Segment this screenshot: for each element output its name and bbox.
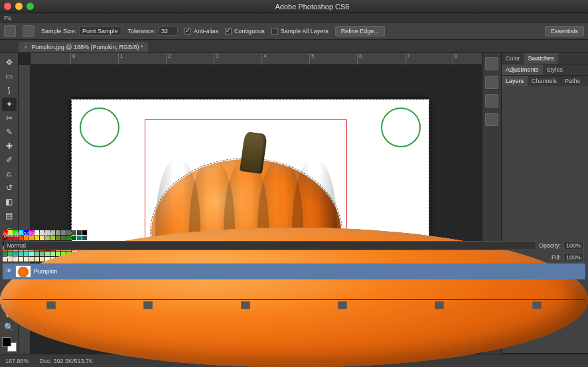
menu-ps[interactable]: Ps [4,15,11,21]
new-layer-button[interactable] [435,301,444,309]
delete-layer-button[interactable] [532,301,542,309]
foreground-background-colors[interactable] [2,337,17,352]
titlebar: Adobe Photoshop CS6 [0,0,588,13]
magic-wand-tool[interactable]: ✦ [2,98,17,111]
layer-visibility-icon[interactable]: 👁 [5,267,13,275]
ruler-horizontal: 012345678 [31,53,482,65]
tab-layers[interactable]: Layers [502,76,528,86]
sample-size-label: Sample Size: Point Sample [41,27,121,36]
ruler-tick: 2 [166,53,171,64]
document-tab[interactable]: × Pumpkin.jpg @ 188% (Pumpkin, RGB/8) * [19,42,148,52]
opacity-input[interactable]: 100% [563,241,584,250]
fill-input[interactable]: 100% [563,253,584,262]
brush-tool[interactable]: ✐ [2,153,17,167]
maximize-window-button[interactable] [27,3,34,10]
ruler-tick: 1 [118,53,123,64]
layer-kind-label: ρKind [4,232,19,238]
zoom-level[interactable]: 187.86% [5,358,29,364]
refine-edge-button[interactable]: Refine Edge... [335,26,385,37]
blend-mode-dropdown[interactable]: Normal [4,241,536,250]
selection-mode-icon[interactable] [23,25,35,37]
foreground-color-swatch[interactable] [2,337,11,346]
main-area: ✥▭⟆✦✂✎✚✐⎌↺◧▤○◐✒T▲▢✋🔍 012345678 [0,53,588,354]
character-panel-icon[interactable] [485,94,498,108]
ruler-tick: 3 [214,53,218,64]
tab-styles[interactable]: Styles [543,64,567,75]
sample-all-layers-checkbox[interactable]: Sample All Layers [271,28,329,35]
tolerance-label: Tolerance: 32 [128,27,179,36]
color-panel: Color Swatches [502,53,588,64]
sample-size-dropdown[interactable]: Point Sample [79,27,121,36]
eyedropper-tool[interactable]: ✎ [2,125,17,139]
lasso-tool[interactable]: ⟆ [2,84,17,97]
minimize-window-button[interactable] [15,3,23,10]
link-layers-button[interactable] [46,301,56,309]
paragraph-panel-icon[interactable] [485,113,498,126]
annotation-circle-top-left [80,108,119,147]
marquee-tool[interactable]: ▭ [2,70,17,83]
fill-label: Fill: [551,254,561,261]
adjustments-panel: Adjustments Styles Add an adjustment [502,64,588,76]
menubar: Ps [0,13,588,23]
ruler-tick: 6 [357,53,362,64]
lock-label: Lock: [4,254,19,261]
tab-swatches[interactable]: Swatches [524,53,558,64]
new-group-button[interactable] [338,301,347,309]
app-title: Adobe Photoshop CS6 [40,3,584,11]
zoom-tool[interactable]: 🔍 [2,321,17,334]
layer-name[interactable]: Pumpkin [34,268,57,275]
ruler-tick: 7 [405,53,409,64]
close-tab-icon[interactable]: × [24,44,27,50]
workspace-switcher[interactable]: Essentials [545,26,584,37]
tool-preset-icon[interactable] [4,25,16,37]
eraser-tool[interactable]: ◧ [2,195,17,208]
tab-color[interactable]: Color [502,53,524,64]
layer-thumbnail[interactable] [15,265,31,277]
healing-brush-tool[interactable]: ✚ [2,139,17,153]
close-window-button[interactable] [4,3,11,10]
gradient-tool[interactable]: ▤ [2,209,17,222]
layers-panel: Layers Channels Paths ρKind Normal Opaci… [502,76,588,354]
antialias-checkbox[interactable]: Anti-alias [184,28,218,35]
ruler-tick: 0 [70,53,75,64]
move-tool[interactable]: ✥ [2,56,17,69]
tab-paths[interactable]: Paths [561,76,584,86]
layer-style-button[interactable] [143,301,153,309]
tab-adjustments[interactable]: Adjustments [502,64,543,75]
panels-column: Color Swatches Adjustments Styles Add an… [502,53,588,354]
layer-row[interactable]: 👁 Pumpkin [3,263,585,279]
history-panel-icon[interactable] [485,57,498,70]
crop-tool[interactable]: ✂ [2,111,17,125]
document-tabs: × Pumpkin.jpg @ 188% (Pumpkin, RGB/8) * [0,40,588,53]
document-tab-label: Pumpkin.jpg @ 188% (Pumpkin, RGB/8) * [31,44,143,50]
contiguous-checkbox[interactable]: Contiguous [225,28,265,35]
annotation-circle-top-right [381,108,421,147]
opacity-label: Opacity: [539,242,561,249]
properties-panel-icon[interactable] [485,76,498,89]
options-bar: Sample Size: Point Sample Tolerance: 32 … [0,23,588,40]
clone-stamp-tool[interactable]: ⎌ [2,167,17,181]
layer-mask-button[interactable] [241,301,250,309]
layer-panel-buttons [3,299,585,311]
history-brush-tool[interactable]: ↺ [2,181,17,194]
ruler-tick: 5 [309,53,314,64]
doc-info: Doc: 392.3K/513.7K [40,358,94,364]
tab-channels[interactable]: Channels [528,76,561,86]
window-controls [4,3,34,10]
ruler-tick: 8 [453,53,457,64]
tolerance-input[interactable]: 32 [158,27,178,36]
ruler-tick: 4 [261,53,266,64]
